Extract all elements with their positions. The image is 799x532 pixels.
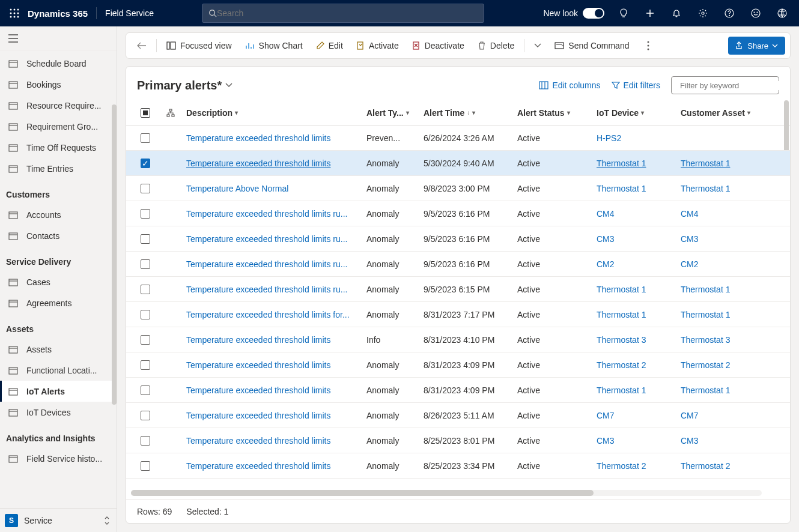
row-checkbox[interactable] <box>141 335 150 345</box>
device-link[interactable]: Thermostat 2 <box>597 461 646 471</box>
asset-link[interactable]: CM7 <box>681 411 699 420</box>
nav-item[interactable]: Time Off Requests <box>0 137 117 158</box>
description-link[interactable]: Temperature exceeded threshold limits ru… <box>186 209 347 219</box>
module-label[interactable]: Field Service <box>105 8 154 18</box>
back-button[interactable] <box>131 35 153 56</box>
row-checkbox[interactable] <box>141 209 150 219</box>
asset-link[interactable]: Thermostat 1 <box>681 285 730 294</box>
device-link[interactable]: Thermostat 1 <box>597 184 646 193</box>
delete-button[interactable]: Delete <box>472 35 520 56</box>
row-checkbox[interactable] <box>141 436 150 446</box>
row-checkbox[interactable] <box>141 184 150 193</box>
plus-icon[interactable] <box>638 0 662 26</box>
table-row[interactable]: Temperature exceeded threshold limitsPre… <box>126 125 790 151</box>
description-link[interactable]: Temperature exceeded threshold limits <box>186 335 330 345</box>
asset-link[interactable]: Thermostat 1 <box>681 159 730 168</box>
nav-item[interactable]: Accounts <box>0 204 117 225</box>
activate-button[interactable]: Activate <box>350 35 405 56</box>
col-header-asset[interactable]: Customer Asset▾ <box>677 108 761 118</box>
table-row[interactable]: Temperature exceeded threshold limits fo… <box>126 302 790 327</box>
description-link[interactable]: Temperature exceeded threshold limits <box>186 159 330 168</box>
overflow-chevron[interactable] <box>528 35 547 56</box>
table-row[interactable]: Temperature Above NormalAnomaly9/8/2023 … <box>126 176 790 201</box>
hierarchy-column[interactable] <box>159 109 183 117</box>
table-row[interactable]: Temperature exceeded threshold limits ru… <box>126 226 790 252</box>
edit-filters-button[interactable]: Edit filters <box>612 80 660 90</box>
nav-item[interactable]: Agreements <box>0 292 117 313</box>
row-checkbox[interactable] <box>141 259 150 269</box>
horizontal-scrollbar[interactable] <box>126 487 790 499</box>
show-chart-button[interactable]: Show Chart <box>239 35 309 56</box>
asset-link[interactable]: CM3 <box>681 234 699 244</box>
bell-icon[interactable] <box>664 0 688 26</box>
toggle-switch-icon[interactable] <box>583 8 604 19</box>
nav-item[interactable]: Time Entries <box>0 158 117 179</box>
device-link[interactable]: CM4 <box>597 209 615 219</box>
col-header-status[interactable]: Alert Status▾ <box>514 108 593 118</box>
row-checkbox[interactable] <box>141 234 150 244</box>
table-row[interactable]: Temperature exceeded threshold limitsAno… <box>126 378 790 403</box>
description-link[interactable]: Temperature exceeded threshold limits <box>186 411 330 420</box>
row-checkbox[interactable] <box>141 360 150 370</box>
lightbulb-icon[interactable] <box>612 0 636 26</box>
asset-link[interactable]: Thermostat 1 <box>681 184 730 193</box>
col-header-description[interactable]: Description▾ <box>183 108 363 118</box>
keyword-filter[interactable] <box>671 76 779 94</box>
app-launcher-icon[interactable] <box>5 4 24 23</box>
description-link[interactable]: Temperature exceeded threshold limits ru… <box>186 259 347 269</box>
select-all-checkbox[interactable] <box>141 108 150 118</box>
edit-columns-button[interactable]: Edit columns <box>539 80 600 90</box>
new-look-toggle[interactable]: New look <box>543 8 604 19</box>
nav-item[interactable]: Field Service histo... <box>0 448 117 469</box>
nav-item[interactable]: Contacts <box>0 225 117 246</box>
device-link[interactable]: Thermostat 3 <box>597 335 646 345</box>
asset-link[interactable]: CM2 <box>681 259 699 269</box>
smile-icon[interactable] <box>744 0 768 26</box>
description-link[interactable]: Temperature exceeded threshold limits <box>186 461 330 471</box>
device-link[interactable]: H-PS2 <box>597 133 621 143</box>
help-icon[interactable] <box>717 0 741 26</box>
row-checkbox[interactable]: ✓ <box>141 159 150 168</box>
device-link[interactable]: Thermostat 1 <box>597 385 646 395</box>
row-checkbox[interactable] <box>141 133 150 143</box>
asset-link[interactable]: Thermostat 1 <box>681 385 730 395</box>
nav-item[interactable]: Resource Require... <box>0 95 117 116</box>
gear-icon[interactable] <box>691 0 715 26</box>
nav-item[interactable]: Bookings <box>0 74 117 95</box>
vertical-scrollbar[interactable] <box>784 100 789 125</box>
asset-link[interactable]: CM4 <box>681 209 699 219</box>
col-header-time[interactable]: Alert Time↓▾ <box>420 108 514 118</box>
asset-link[interactable]: CM3 <box>681 436 699 446</box>
search-input[interactable] <box>217 8 478 18</box>
description-link[interactable]: Temperature exceeded threshold limits fo… <box>186 310 350 319</box>
asset-link[interactable]: Thermostat 2 <box>681 360 730 370</box>
nav-item[interactable]: Functional Locati... <box>0 360 117 381</box>
row-checkbox[interactable] <box>141 385 150 395</box>
description-link[interactable]: Temperature exceeded threshold limits <box>186 436 330 446</box>
col-header-device[interactable]: IoT Device▾ <box>593 108 677 118</box>
col-header-type[interactable]: Alert Ty...▾ <box>363 108 420 118</box>
table-row[interactable]: ✓Temperature exceeded threshold limitsAn… <box>126 151 790 176</box>
table-row[interactable]: Temperature exceeded threshold limits ru… <box>126 252 790 277</box>
keyword-input[interactable] <box>680 81 781 90</box>
asset-link[interactable]: Thermostat 2 <box>681 461 730 471</box>
nav-item[interactable]: Cases <box>0 271 117 292</box>
description-link[interactable]: Temperature exceeded threshold limits <box>186 360 330 370</box>
global-search[interactable] <box>202 4 484 23</box>
description-link[interactable]: Temperature Above Normal <box>186 184 288 193</box>
description-link[interactable]: Temperature exceeded threshold limits <box>186 385 330 395</box>
share-button[interactable]: Share <box>728 37 785 55</box>
table-row[interactable]: Temperature exceeded threshold limitsAno… <box>126 428 790 453</box>
table-row[interactable]: Temperature exceeded threshold limitsAno… <box>126 403 790 428</box>
nav-item[interactable]: Requirement Gro... <box>0 116 117 137</box>
nav-scrollbar[interactable] <box>112 104 117 405</box>
device-link[interactable]: Thermostat 1 <box>597 159 646 168</box>
asset-link[interactable]: Thermostat 3 <box>681 335 730 345</box>
row-checkbox[interactable] <box>141 461 150 471</box>
area-switcher[interactable]: S Service <box>0 508 117 532</box>
table-row[interactable]: Temperature exceeded threshold limitsAno… <box>126 352 790 378</box>
device-link[interactable]: Thermostat 2 <box>597 360 646 370</box>
description-link[interactable]: Temperature exceeded threshold limits ru… <box>186 285 347 294</box>
nav-item[interactable]: Assets <box>0 339 117 360</box>
device-link[interactable]: CM2 <box>597 259 615 269</box>
